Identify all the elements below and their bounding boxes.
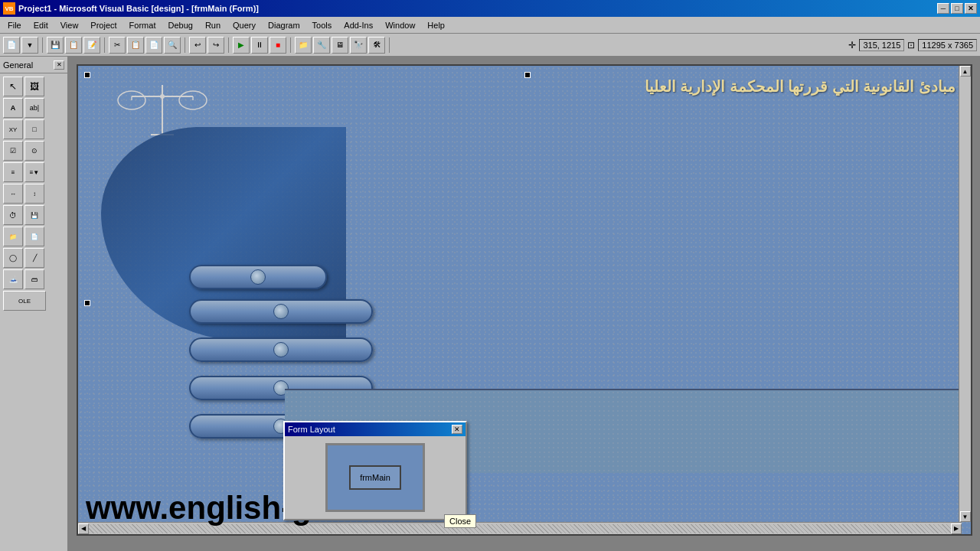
toolbox-content: ↖ 🖼 A ab| XY □ ☑ ⊙ ≡ ≡▼ ↔ ↕ ⏱ 💾 📁 📄 ◯ <box>0 73 67 314</box>
coords-display: 315, 1215 <box>859 39 904 51</box>
tool-commandbutton[interactable]: □ <box>24 119 44 139</box>
size-display: 11295 x 7365 <box>918 39 977 51</box>
tool-hscroll[interactable]: ↔ <box>3 184 23 204</box>
tb-paste[interactable]: 📄 <box>145 37 162 54</box>
tb-open[interactable]: ▼ <box>21 37 38 54</box>
design-area[interactable]: مبادئ القانونية التي قررتها المحكمة الإد… <box>69 57 980 551</box>
maximize-button[interactable]: □ <box>951 3 963 14</box>
tb-add-form[interactable]: 📋 <box>65 37 82 54</box>
button-circle-3 <box>273 342 289 357</box>
title-bar: VB Project1 - Microsoft Visual Basic [de… <box>0 0 980 17</box>
tool-frame[interactable]: XY <box>3 119 23 139</box>
menu-edit[interactable]: Edit <box>28 19 54 31</box>
scroll-right-button[interactable]: ▶ <box>951 523 962 534</box>
button-circle-2 <box>273 304 289 319</box>
tool-picture[interactable]: 🖼 <box>24 77 44 96</box>
tb-menu-editor[interactable]: 📝 <box>83 37 100 54</box>
form-preview-label: frmMain <box>349 465 401 490</box>
form-canvas[interactable]: مبادئ القانونية التي قررتها المحكمة الإد… <box>77 64 972 536</box>
tb-sep5 <box>290 37 291 53</box>
minimize-button[interactable]: ─ <box>937 3 949 14</box>
tool-pointer[interactable]: ↖ <box>3 77 23 96</box>
tb-find[interactable]: 🔍 <box>164 37 181 54</box>
vertical-scrollbar[interactable]: ▲ ▼ <box>959 66 971 522</box>
tool-timer[interactable]: ⏱ <box>3 205 23 225</box>
tool-image[interactable]: 🗻 <box>3 269 23 289</box>
menu-file[interactable]: File <box>2 19 28 31</box>
form-button-2[interactable] <box>189 299 373 324</box>
arabic-header-text: مبادئ القانونية التي قررتها المحكمة الإد… <box>645 77 956 96</box>
close-tooltip: Close <box>444 514 476 528</box>
tb-undo[interactable]: ↩ <box>189 37 206 54</box>
form-button-3[interactable] <box>189 337 373 362</box>
tool-label[interactable]: A <box>3 98 23 118</box>
tool-shape[interactable]: ◯ <box>3 248 23 268</box>
menu-tools[interactable]: Tools <box>306 19 338 31</box>
title-bar-text: Project1 - Microsoft Visual Basic [desig… <box>18 4 259 13</box>
toolbox-close-button[interactable]: ✕ <box>54 60 64 70</box>
toolbox-panel: General ✕ ↖ 🖼 A ab| XY □ ☑ ⊙ ≡ ≡▼ ↔ ↕ ⏱ … <box>0 57 69 551</box>
menu-query[interactable]: Query <box>227 19 262 31</box>
form-layout-title-bar: Form Layout ✕ <box>285 422 466 436</box>
form-layout-content: frmMain <box>285 436 466 519</box>
tool-data[interactable]: 🗃 <box>24 269 44 289</box>
tool-ole[interactable]: OLE <box>3 291 46 311</box>
tb-run[interactable]: ▶ <box>233 37 250 54</box>
tool-textbox[interactable]: ab| <box>24 98 44 118</box>
form-layout-dialog: Form Layout ✕ frmMain <box>283 421 467 520</box>
menu-debug[interactable]: Debug <box>162 19 198 31</box>
menu-bar: File Edit View Project Format Debug Run … <box>0 17 980 34</box>
toolbar: 📄 ▼ 💾 📋 📝 ✂ 📋 📄 🔍 ↩ ↪ ▶ ⏸ ■ 📁 🔧 🖥 🔭 🛠 ✛ … <box>0 34 980 57</box>
app-icon: VB <box>3 2 15 15</box>
menu-run[interactable]: Run <box>199 19 227 31</box>
handle-topmid[interactable] <box>524 72 531 78</box>
handle-topleft[interactable] <box>84 72 90 78</box>
tool-filelistbox[interactable]: 📄 <box>24 227 44 246</box>
toolbox-header: General ✕ <box>0 57 67 73</box>
tb-redo[interactable]: ↪ <box>207 37 224 54</box>
menu-project[interactable]: Project <box>84 19 122 31</box>
main-layout: General ✕ ↖ 🖼 A ab| XY □ ☑ ⊙ ≡ ≡▼ ↔ ↕ ⏱ … <box>0 57 980 551</box>
form-preview-area[interactable]: frmMain <box>325 443 425 512</box>
close-button[interactable]: ✕ <box>965 3 977 14</box>
handle-midleft[interactable] <box>84 300 90 306</box>
tool-optionbutton[interactable]: ⊙ <box>24 141 44 161</box>
tb-properties[interactable]: 🔧 <box>313 37 330 54</box>
tb-stop[interactable]: ■ <box>270 37 286 54</box>
tb-sep4 <box>228 37 229 53</box>
menu-addins[interactable]: Add-Ins <box>338 19 379 31</box>
tool-line[interactable]: ╱ <box>24 248 44 268</box>
form-layout-title-text: Form Layout <box>288 425 335 434</box>
tb-sep6 <box>389 37 390 53</box>
menu-window[interactable]: Window <box>379 19 421 31</box>
tool-dirlistbox[interactable]: 📁 <box>3 227 23 246</box>
tb-copy[interactable]: 📋 <box>127 37 144 54</box>
menu-view[interactable]: View <box>54 19 85 31</box>
tb-form-layout[interactable]: 🖥 <box>332 37 348 54</box>
toolbar-coords: ✛ 315, 1215 ⊡ 11295 x 7365 <box>848 39 977 51</box>
title-bar-left: VB Project1 - Microsoft Visual Basic [de… <box>3 2 259 15</box>
toolbox-title: General <box>3 60 33 70</box>
tb-save-project[interactable]: 💾 <box>47 37 64 54</box>
tb-object-browser[interactable]: 🔭 <box>350 37 367 54</box>
menu-format[interactable]: Format <box>123 19 162 31</box>
tool-drivelistbox[interactable]: 💾 <box>24 205 44 225</box>
tool-listbox[interactable]: ≡ <box>3 162 23 182</box>
tb-new[interactable]: 📄 <box>3 37 20 54</box>
svg-point-7 <box>160 94 165 99</box>
tb-pause[interactable]: ⏸ <box>251 37 268 54</box>
tb-toolbox[interactable]: 🛠 <box>368 37 385 54</box>
form-button-1[interactable] <box>189 265 327 289</box>
scroll-up-button[interactable]: ▲ <box>960 66 971 77</box>
menu-diagram[interactable]: Diagram <box>262 19 306 31</box>
tool-checkbox[interactable]: ☑ <box>3 141 23 161</box>
tool-vscroll[interactable]: ↕ <box>24 184 44 204</box>
tb-sep1 <box>42 37 43 53</box>
title-bar-buttons: ─ □ ✕ <box>937 3 977 14</box>
tb-cut[interactable]: ✂ <box>109 37 126 54</box>
tb-project-explorer[interactable]: 📁 <box>295 37 312 54</box>
tool-combobox[interactable]: ≡▼ <box>24 162 44 182</box>
scroll-down-button[interactable]: ▼ <box>960 511 971 522</box>
form-layout-close-button[interactable]: ✕ <box>452 425 462 434</box>
menu-help[interactable]: Help <box>421 19 451 31</box>
